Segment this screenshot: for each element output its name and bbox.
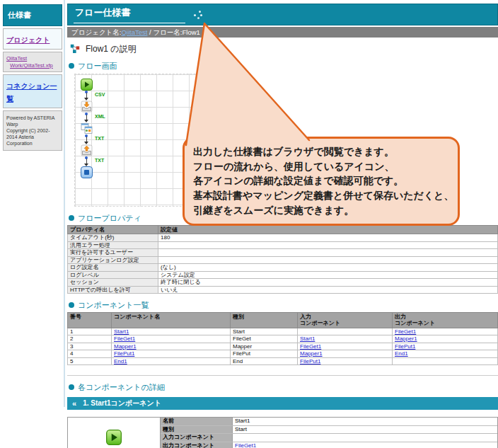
component-name-cell: End1 [112,357,231,365]
detail-label: 種別 [161,426,233,434]
component-link[interactable]: Start1 [300,335,315,342]
bullet-icon [69,302,74,308]
flow-connector: XML [81,113,93,122]
callout-line: 基本設計書やマッピング定義書と併せて保存いただくと、 [193,188,449,203]
callout-line: 出力した仕様書はブラウザで閲覧できます。 [193,144,449,159]
property-value: いいえ [158,286,498,294]
flow-property-row: タイムアウト(秒)180 [68,234,498,242]
column-header: プロパティ名 [68,226,158,234]
property-name: HTTPでの呼出しを許可 [68,286,158,294]
detail-label: 出力コンポーネント [161,442,233,448]
detail-value: Start1 [233,418,497,425]
component-link[interactable]: End1 [395,350,408,357]
frame-divider [64,0,65,407]
component-row: 5End1EndFilePut1 [68,357,498,365]
main-content: フロー仕様書 プロジェクト名:QiitaTest / フロー名:Flow1 Fl… [67,4,498,448]
component-number: 2 [68,335,112,343]
component-link[interactable]: Mapper1 [114,343,137,350]
stream-type-label: XML [95,114,105,119]
callout-line: 各アイコンの詳細な設定値まで確認可能です。 [193,173,449,188]
bullet-icon [69,215,74,221]
copyright-text: Corporation [6,140,59,147]
component-link[interactable]: FileGet1 [395,328,416,335]
component-link[interactable]: FilePut1 [300,358,320,364]
component-row: 1Start1StartFileGet1 [68,328,498,335]
fileget-node-icon [81,100,93,113]
section-label: コンポーネント一覧 [78,300,149,311]
component-link[interactable]: Start1 [114,328,129,335]
detail-label: 入力コンポーネント [161,434,233,442]
component-type: Mapper [231,343,298,350]
property-name: ログレベル [68,271,158,279]
flow-name-value: Flow1 [182,28,199,36]
flow-property-row: HTTPでの呼出しを許可いいえ [68,286,498,294]
component-number: 3 [68,343,112,350]
flow-property-row: アプリケーションログ設定 [68,256,498,264]
component-link[interactable]: FileGet1 [114,335,135,342]
property-name: タイムアウト(秒) [68,234,158,242]
sidebar-item-connections[interactable]: コネクション一覧 [6,82,57,103]
column-header: 入力 コンポーネント [298,313,393,328]
sidebar-project-files-box: QiitaTest Work/QiitaTest.xfp [3,52,62,72]
property-value: (なし) [158,264,498,272]
component-link[interactable]: Mapper1 [300,350,323,357]
input-component-cell: FilePut1 [298,357,393,365]
project-file-link[interactable]: Work/QiitaTest.xfp [10,62,59,69]
component-detail-table: 名前Start1種別Start入力コンポーネント出力コンポーネントFileGet… [67,417,498,448]
component-name-cell: Mapper1 [112,343,231,350]
flow-property-row: 実行を許可するユーザー [68,249,498,257]
sidebar-item-project[interactable]: プロジェクト [6,36,50,44]
component-detail-title: 1. Start1コンポーネント [83,397,161,410]
component-row: 3Mapper1MapperFileGet1FilePut1 [68,343,498,350]
column-header: 番号 [68,313,112,328]
component-link[interactable]: FileGet1 [235,442,256,448]
flow-property-row: ログ設定名(なし) [68,264,498,272]
column-header: 設定値 [158,226,498,234]
breadcrumb: プロジェクト名:QiitaTest / フロー名:Flow1 [67,27,498,38]
component-type: Start [231,328,298,335]
flow-properties-table: プロパティ名設定値 タイムアウト(秒)180汎用エラー処理実行を許可するユーザー… [67,225,498,294]
title-bar: フロー仕様書 [67,4,498,25]
component-link[interactable]: FileGet1 [300,343,321,350]
start-node-icon [81,79,93,91]
flow-connector: TXT [81,134,93,144]
detail-row: 種別Start [161,426,497,435]
section-label: 各コンポーネントの詳細 [78,382,165,393]
output-component-cell: End1 [393,350,498,358]
stream-type-label: TXT [95,136,104,141]
component-link[interactable]: FilePut1 [114,350,134,357]
component-type: FilePut [231,350,298,358]
detail-row: 入力コンポーネント [161,434,497,442]
flow-property-row: 汎用エラー処理 [68,241,498,249]
property-name: 実行を許可するユーザー [68,249,158,257]
component-link[interactable]: Mapper1 [395,335,417,342]
component-link[interactable]: FilePut1 [395,343,415,350]
property-name: ログ設定名 [68,264,158,272]
column-header: 出力 コンポーネント [393,313,498,328]
section-label: フロープロパティ [78,213,141,224]
section-divider [67,375,498,376]
page-title: フロー仕様書 [74,6,185,23]
sidebar-title: 仕様書 [3,4,62,26]
input-component-cell: FileGet1 [298,343,393,350]
fileput-node-icon [81,144,93,156]
project-file-link[interactable]: QiitaTest [6,55,59,62]
component-link[interactable]: End1 [114,358,127,364]
flow-property-row: セッション終了時に閉じる [68,279,498,287]
section-label: フロー画面 [78,61,117,71]
flow-connector: CSV [81,91,93,100]
property-value: 終了時に閉じる [158,279,498,287]
bullet-icon [69,63,74,69]
flow-connector: TXT [81,156,93,166]
project-name-link[interactable]: QiitaTest [121,28,147,36]
detail-value [233,434,497,442]
section-component-details: 各コンポーネントの詳細 [69,383,498,391]
component-icon: « [72,397,76,410]
flow-name-label: フロー名: [153,28,182,36]
component-row: 4FilePut1FilePutMapper1End1 [68,350,498,358]
column-header: 種別 [231,313,298,328]
sidebar-project-box: プロジェクト [3,28,62,50]
copyright-text: Copyright (C) 2002-2014 Asteria [6,127,59,140]
component-number: 5 [68,357,112,365]
section-flow-screen: フロー画面 [69,62,498,70]
